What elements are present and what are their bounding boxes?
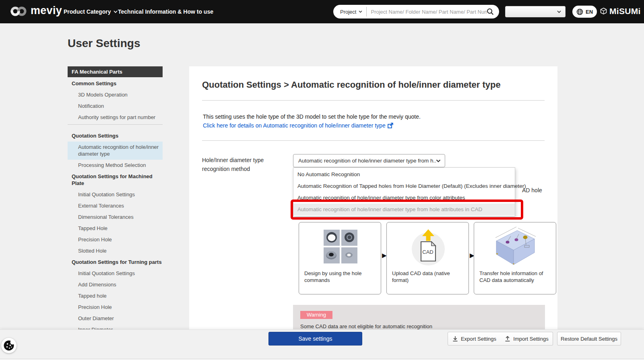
sidebar-group-quotation-settings-machined-plate[interactable]: Quotation Settings for Machined Plate xyxy=(68,171,163,189)
chevron-down-icon xyxy=(557,10,561,13)
warning-box: Warning Some CAD data are not eligible f… xyxy=(293,305,545,330)
dropdown-option-tapped-holes-default[interactable]: Automatic Recognition of Tapped holes fr… xyxy=(293,180,515,192)
sidebar-divider xyxy=(68,124,163,129)
sidebar-group-quotation-settings[interactable]: Quotation Settings xyxy=(68,130,163,142)
download-icon xyxy=(452,336,458,342)
card-caption: Transfer hole information of CAD data au… xyxy=(479,270,555,284)
page-bottom-strip xyxy=(0,360,644,362)
language-button[interactable]: EN xyxy=(572,6,597,18)
sidebar-item-initial-quotation-settings[interactable]: Initial Quotation Settings xyxy=(68,189,163,200)
chevron-down-icon xyxy=(114,10,118,13)
sidebar-item-3d-models-operation[interactable]: 3D Models Operation xyxy=(68,89,163,101)
nav-technical-information[interactable]: Technical Information & How to use xyxy=(118,0,213,23)
card-caption: Upload CAD data (native format) xyxy=(392,270,467,284)
dropdown-option-no-automatic[interactable]: No Automatic Recognition xyxy=(293,169,515,180)
recognition-method-dropdown: No Automatic Recognition Automatic Recog… xyxy=(293,167,515,216)
sidebar-item-notification[interactable]: Notification xyxy=(68,101,163,112)
cad-doc-label: CAD xyxy=(422,249,433,255)
sidebar-header-fa-mechanical-parts: FA Mechanical Parts xyxy=(68,66,163,77)
settings-content-panel: Quotation Settings > Automatic recogniti… xyxy=(189,66,557,330)
sidebar-item-precision-hole[interactable]: Precision Hole xyxy=(68,234,163,245)
export-settings-button[interactable]: Export Settings xyxy=(448,332,501,346)
search-scope-label: Project xyxy=(340,9,356,15)
dropdown-option-color-attributes[interactable]: Automatic recognition of hole/inner diam… xyxy=(293,192,515,204)
misumi-cube-icon xyxy=(600,7,607,15)
global-search: Project xyxy=(333,5,499,19)
search-divider xyxy=(366,7,367,16)
sidebar-item-add-dimensions[interactable]: Add Dimensions xyxy=(68,279,163,290)
upload-icon xyxy=(505,336,510,342)
nav-product-category[interactable]: Product Category xyxy=(64,0,118,23)
language-label: EN xyxy=(586,9,593,15)
nav-technical-information-label: Technical Information & How to use xyxy=(118,8,213,15)
misumi-logo: MiSUMi xyxy=(600,6,641,16)
divider xyxy=(202,140,545,141)
cad-model-illustration xyxy=(492,226,539,268)
logo-wordmark: meviy xyxy=(31,4,62,17)
meviy-logo[interactable]: meviy xyxy=(10,4,62,17)
save-settings-button[interactable]: Save settings xyxy=(268,332,362,346)
divider xyxy=(202,100,545,101)
flow-card-transfer-hole-info: Transfer hole information of CAD data au… xyxy=(474,222,556,294)
sidebar-item-initial-quotation-settings-turning[interactable]: Initial Quotation Settings xyxy=(68,268,163,279)
setting-description: This setting uses the hole type of the 3… xyxy=(203,113,421,120)
chevron-down-icon xyxy=(436,159,441,162)
sidebar-item-dimensional-tolerances[interactable]: Dimensional Tolerances xyxy=(68,212,163,223)
sidebar-item-processing-method-selection[interactable]: Processing Method Selection xyxy=(68,160,163,171)
card-caption: Design by using the hole commands xyxy=(304,270,380,284)
restore-default-settings-button[interactable]: Restore Default Settings xyxy=(557,332,621,346)
chevron-down-icon xyxy=(359,10,362,13)
misumi-wordmark: MiSUMi xyxy=(609,6,641,16)
header-user-select[interactable] xyxy=(505,6,566,17)
meviy-infinity-icon xyxy=(10,5,28,17)
export-settings-label: Export Settings xyxy=(461,336,496,342)
recognition-method-label: Hole/Inner diameter type recognition met… xyxy=(202,156,291,173)
section-title: Quotation Settings > Automatic recogniti… xyxy=(202,80,501,90)
page-title: User Settings xyxy=(68,37,140,50)
sidebar-item-tapped-hole-turning[interactable]: Tapped hole xyxy=(68,290,163,302)
search-scope-select[interactable]: Project xyxy=(333,9,362,15)
action-bar: Save settings Export Settings Import Set… xyxy=(0,329,644,359)
nav-product-category-label: Product Category xyxy=(64,8,111,15)
upload-cad-illustration: CAD xyxy=(410,227,447,267)
warning-badge: Warning xyxy=(300,311,332,319)
external-link-icon xyxy=(388,123,393,128)
sidebar-item-external-tolerances[interactable]: External Tolerances xyxy=(68,200,163,212)
cookie-icon xyxy=(3,339,15,352)
recognition-method-select[interactable]: Automatic recognition of hole/inner diam… xyxy=(293,154,445,167)
sidebar-group-common-settings[interactable]: Common Settings xyxy=(68,78,163,89)
details-link[interactable]: Click here for details on Automatic reco… xyxy=(203,122,393,129)
warning-text: Some CAD data are not eligible for autom… xyxy=(300,323,432,329)
sidebar-item-slotted-hole[interactable]: Slotted Hole xyxy=(68,245,163,257)
search-icon[interactable] xyxy=(487,8,494,15)
flow-arrow-icon: ▶ xyxy=(382,252,387,258)
import-settings-label: Import Settings xyxy=(513,336,548,342)
recognition-method-select-value: Automatic recognition of hole/inner diam… xyxy=(293,158,436,164)
sidebar-item-precision-hole-turning[interactable]: Precision Hole xyxy=(68,302,163,313)
sidebar-item-tapped-hole[interactable]: Tapped Hole xyxy=(68,223,163,234)
search-input[interactable] xyxy=(371,9,487,15)
settings-sidebar: FA Mechanical Parts Common Settings 3D M… xyxy=(68,66,163,335)
cookie-consent-button[interactable] xyxy=(1,338,17,353)
flow-card-upload-cad: CAD Upload CAD data (native format) xyxy=(386,222,469,294)
restore-default-settings-label: Restore Default Settings xyxy=(561,336,617,342)
flow-card-hole-commands: Design by using the hole commands xyxy=(299,222,381,294)
sidebar-item-authority-settings[interactable]: Authority settings for part number xyxy=(68,112,163,123)
top-navbar: meviy Product Category Technical Informa… xyxy=(0,0,644,23)
globe-icon xyxy=(576,8,583,15)
sidebar-item-automatic-recognition[interactable]: Automatic recognition of hole/inner diam… xyxy=(68,142,163,160)
dropdown-option-hole-attributes-cad[interactable]: Automatic recognition of hole/inner diam… xyxy=(293,204,515,215)
sidebar-item-outer-diameter[interactable]: Outer Diameter xyxy=(68,313,163,324)
hole-commands-illustration xyxy=(324,230,357,263)
import-settings-button[interactable]: Import Settings xyxy=(501,332,553,346)
details-link-label: Click here for details on Automatic reco… xyxy=(203,122,386,129)
sidebar-group-quotation-settings-turning-parts[interactable]: Quotation Settings for Turning parts xyxy=(68,257,163,268)
